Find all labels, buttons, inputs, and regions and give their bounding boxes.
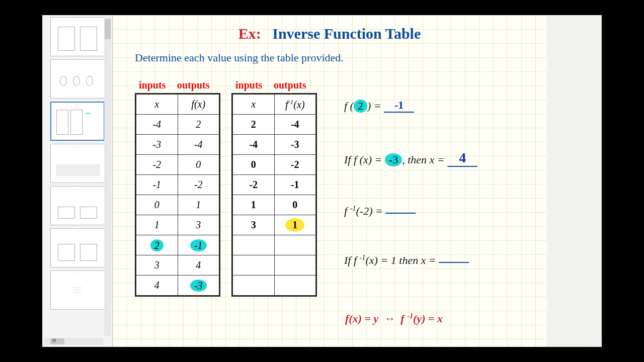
slide-thumb-2[interactable]: ── — [50, 59, 105, 99]
hl-val: -3 — [385, 153, 402, 166]
answer-2: 4 — [459, 150, 466, 165]
slide-thumb-5[interactable]: ── — [50, 186, 105, 225]
equation-identity: f(x) = y ↔ f -1(y) = x — [345, 312, 443, 325]
slide-thumb-1[interactable]: ── — [50, 17, 105, 56]
table-header-row: x f-1(x) — [233, 95, 316, 115]
slide-subtitle: Determine each value using the table pro… — [135, 51, 344, 64]
table-finv: x f-1(x) 2-4 -4-3 0-2 -2-1 10 3 1 — [231, 93, 317, 297]
equation-4: If f -1(x) = 1 then x = — [344, 253, 469, 267]
label-outputs-2: outputs — [274, 79, 306, 91]
equation-1: f (2) = -1 — [344, 100, 414, 114]
hl-arg: 2 — [354, 100, 367, 113]
thumb-scrollbar-vertical[interactable] — [104, 17, 111, 336]
th-finvx: f-1(x) — [274, 95, 316, 115]
slide-thumb-4[interactable]: ── — [50, 144, 105, 183]
equation-2: If f (x) = -3, then x = 4 — [344, 151, 477, 168]
thumb-scrollbar-horizontal[interactable]: III — [44, 338, 103, 345]
hl-yellow-cell: 1 — [285, 218, 304, 232]
slide-thumb-7[interactable]: ── ────────────────── — [50, 270, 105, 310]
table-fx: x f(x) -42 -3-4 -20 -1-2 01 13 2 -1 34 4… — [135, 93, 220, 297]
label-outputs-1: outputs — [177, 79, 209, 91]
slide-thumb-6[interactable]: ── — [50, 228, 105, 267]
answer-1: -1 — [394, 99, 404, 111]
hl-cell: -1 — [190, 239, 207, 251]
hl-cell: -3 — [190, 280, 207, 292]
th-fx: f(x) — [178, 95, 219, 115]
table-header-row: x f(x) — [136, 95, 219, 115]
app-window: ── ── ── ▬▬ ── ── ── — [42, 15, 602, 347]
th-x: x — [233, 95, 275, 115]
label-inputs-2: inputs — [235, 79, 262, 91]
th-x: x — [136, 95, 178, 115]
label-inputs-1: inputs — [139, 79, 166, 91]
slide-thumb-3[interactable]: ── ▬▬ — [50, 102, 105, 141]
slide-thumbnail-panel: ── ── ── ▬▬ ── ── ── — [42, 15, 113, 347]
hl-cell: 2 — [150, 239, 164, 251]
slide-right-margin — [546, 15, 602, 347]
slide-canvas: Ex: Inverse Function Table Determine eac… — [113, 15, 602, 347]
equation-3: f -1(-2) = — [344, 204, 416, 218]
title-ex-label: Ex: — [238, 25, 261, 42]
scroll-label: III — [52, 338, 56, 343]
slide-title: Ex: Inverse Function Table — [113, 25, 546, 42]
title-main-label: Inverse Function Table — [272, 25, 421, 42]
